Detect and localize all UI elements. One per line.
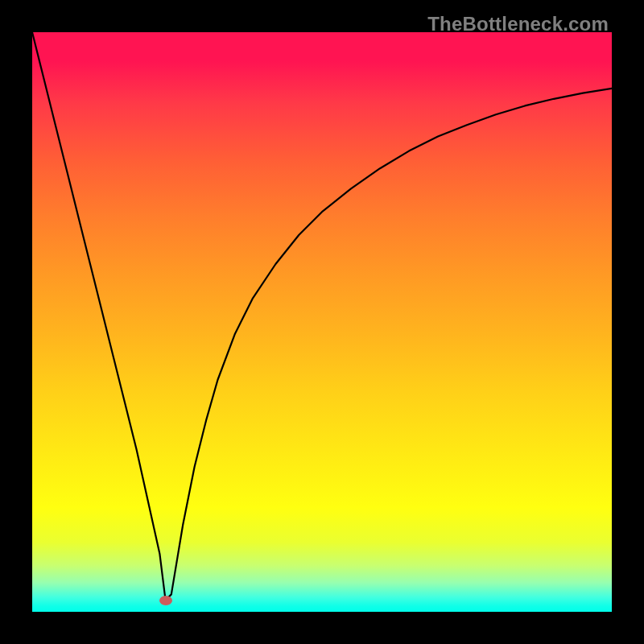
optimum-marker <box>159 596 172 605</box>
chart-container: TheBottleneck.com <box>0 0 644 644</box>
bottleneck-curve <box>32 32 612 601</box>
plot-area <box>32 32 612 612</box>
curve-svg <box>32 32 612 612</box>
